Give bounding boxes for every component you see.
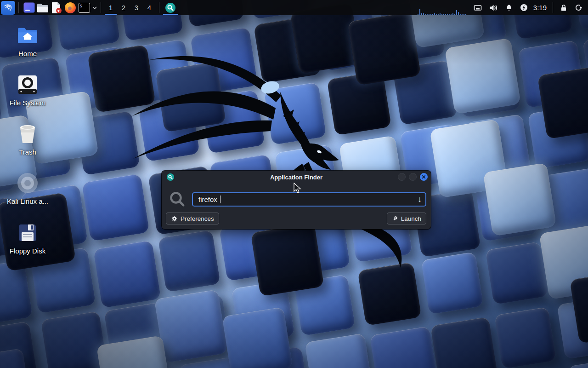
panel-separator	[159, 2, 159, 13]
xfdashboard-icon	[23, 2, 35, 13]
trash-icon	[6, 123, 50, 145]
desktop-icon-label: File System	[6, 99, 50, 107]
preferences-label: Preferences	[181, 215, 214, 222]
app-finder-icon	[167, 173, 174, 181]
close-button[interactable]: ✕	[420, 173, 428, 181]
desktop-icon-label: Trash	[6, 148, 50, 156]
dialog-title: Application Finder	[162, 174, 431, 181]
home-folder-icon	[6, 24, 50, 46]
top-panel: $_ 1 2 3 4	[0, 0, 588, 15]
maximize-button[interactable]	[409, 173, 417, 181]
terminal-icon: $_	[79, 3, 90, 13]
applications-menu-button[interactable]	[1, 1, 15, 15]
text-caret	[220, 196, 221, 203]
taskbar-application-finder[interactable]	[163, 0, 178, 15]
logout-icon[interactable]	[575, 4, 582, 12]
desktop-icon-home[interactable]: Home	[6, 24, 50, 58]
desktop-icon-floppy-disk[interactable]: Floppy Disk	[6, 222, 50, 255]
dialog-titlebar[interactable]: Application Finder ✕	[162, 171, 431, 184]
desktop-icon-file-system[interactable]: File System	[6, 74, 50, 107]
desktop-icon-label: Floppy Disk	[6, 247, 50, 255]
desktop-root: Home File System Trash	[0, 0, 588, 368]
floppy-disk-icon	[6, 222, 50, 244]
firefox-icon	[64, 2, 76, 14]
minimize-button[interactable]	[398, 173, 406, 181]
launch-icon	[392, 215, 398, 222]
desktop-icon-kali-linux[interactable]: Kali Linux a...	[6, 172, 50, 205]
network-icon[interactable]	[474, 4, 482, 12]
gear-icon	[171, 215, 178, 222]
folder-icon	[37, 3, 49, 13]
close-icon: ✕	[421, 174, 426, 180]
desktop-icon-label: Kali Linux a...	[6, 197, 50, 205]
workspace-4[interactable]: 4	[143, 0, 156, 15]
app-finder-task-icon	[165, 2, 176, 13]
desktop-icon-label: Home	[6, 50, 50, 58]
file-system-drive-icon	[6, 74, 50, 96]
lock-icon[interactable]	[560, 4, 567, 12]
launch-button[interactable]: Launch	[387, 213, 426, 224]
launcher-file-manager[interactable]	[36, 1, 50, 15]
kali-logo-icon	[3, 3, 13, 13]
kali-docs-icon	[6, 172, 50, 194]
search-icon	[169, 190, 186, 208]
notifications-bell-icon[interactable]	[505, 4, 513, 12]
chevron-down-icon[interactable]	[92, 6, 97, 10]
dropdown-arrow-icon[interactable]: ↓	[418, 195, 422, 204]
launch-label: Launch	[401, 215, 421, 222]
cpu-graph[interactable]	[417, 0, 467, 15]
text-editor-icon	[51, 2, 62, 14]
search-input[interactable]: firefox ↓	[192, 192, 426, 207]
workspace-3[interactable]: 3	[130, 0, 143, 15]
volume-icon[interactable]	[489, 4, 498, 12]
mouse-cursor	[293, 183, 303, 195]
workspace-1[interactable]: 1	[104, 0, 117, 15]
power-manager-icon[interactable]	[520, 4, 528, 12]
clock[interactable]: 3:19	[533, 4, 547, 12]
launcher-terminal[interactable]: $_	[77, 1, 91, 15]
panel-separator	[18, 2, 19, 13]
search-input-value: firefox	[198, 196, 217, 203]
launcher-firefox[interactable]	[63, 1, 77, 15]
desktop-icon-trash[interactable]: Trash	[6, 123, 50, 156]
panel-separator	[553, 2, 553, 13]
preferences-button[interactable]: Preferences	[166, 213, 219, 224]
application-finder-window: Application Finder ✕ firefox ↓	[162, 171, 431, 229]
launcher-xfdashboard[interactable]	[22, 1, 36, 15]
workspace-2[interactable]: 2	[117, 0, 130, 15]
panel-separator	[101, 2, 101, 13]
launcher-text-editor[interactable]	[50, 1, 63, 15]
